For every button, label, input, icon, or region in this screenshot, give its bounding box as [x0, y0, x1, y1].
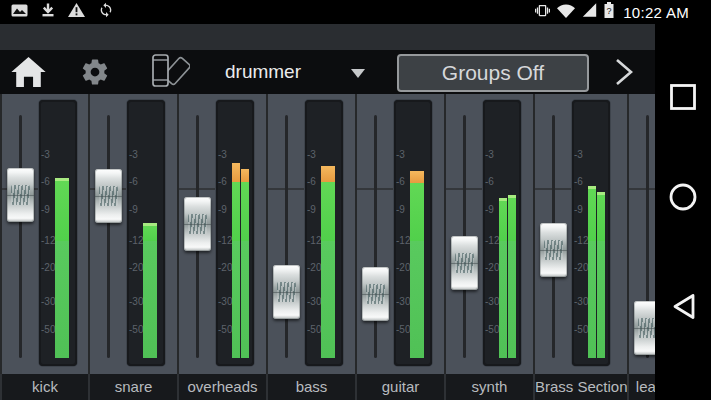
settings-button[interactable]	[80, 57, 110, 90]
meter-segment	[241, 169, 249, 182]
chevron-right-icon	[612, 76, 636, 91]
meter-segment	[597, 195, 605, 241]
preset-label: drummer	[225, 61, 301, 83]
meter-segment	[232, 182, 240, 241]
channel-strip: -3-6-9-12-20-30-50	[444, 94, 533, 374]
back-button[interactable]	[671, 293, 697, 323]
fader-handle[interactable]	[362, 267, 389, 321]
meter-segment	[597, 241, 605, 358]
meter-segment	[55, 241, 69, 358]
home-button[interactable]	[11, 57, 46, 90]
meter-segment	[410, 183, 424, 241]
channel-label[interactable]: kick	[0, 374, 88, 400]
warning-icon	[68, 3, 85, 21]
screenshot-image-icon	[11, 3, 28, 21]
channel-strip: -3-6-9-12-20-30-50	[88, 94, 177, 374]
meter-segment	[410, 241, 424, 358]
vibrate-icon	[534, 3, 551, 22]
meter-scale-label: -3	[396, 149, 422, 161]
meter-scale-label: -6	[485, 176, 511, 188]
channel-strip: -3-6-9-12-20-30-50	[627, 94, 655, 374]
unity-gain-line	[629, 188, 655, 190]
channel-label[interactable]: overheads	[177, 374, 266, 400]
meter-segment	[232, 163, 240, 182]
app-toolbar: drummer Groups Off	[0, 50, 655, 94]
notification-strip	[0, 24, 655, 50]
fader-handle[interactable]	[451, 236, 478, 290]
channel-label[interactable]: guitar	[355, 374, 444, 400]
recents-button[interactable]	[669, 83, 697, 114]
meter-scale-label: -3	[41, 149, 67, 161]
meter-segment	[508, 241, 516, 358]
channel-strip: -3-6-9-12-20-30-50	[0, 94, 88, 374]
meter-segment	[241, 182, 249, 241]
channel-label-bar: kicksnareoverheadsbassguitarsynthBrass S…	[0, 374, 655, 400]
sync-icon	[98, 2, 114, 22]
screen: ? 10:22 AM	[0, 0, 711, 400]
fader-handle[interactable]	[540, 223, 567, 277]
nav-home-button[interactable]	[669, 183, 697, 214]
svg-text:?: ?	[607, 6, 612, 16]
settings-gear-icon	[80, 75, 110, 90]
meter-scale-label: -3	[129, 149, 155, 161]
level-meter: -3-6-9-12-20-30-50	[572, 100, 610, 366]
meter-segment	[143, 226, 157, 241]
level-meter: -3-6-9-12-20-30-50	[305, 100, 343, 366]
meter-segment	[410, 171, 424, 183]
fader-handle[interactable]	[273, 265, 300, 319]
fader-track[interactable]	[19, 115, 22, 358]
battery-icon: ?	[604, 2, 614, 22]
meter-segment	[588, 241, 596, 358]
channel-strip: -3-6-9-12-20-30-50	[355, 94, 444, 374]
meter-segment	[241, 241, 249, 358]
meter-scale-label: -9	[129, 204, 155, 216]
level-meter: -3-6-9-12-20-30-50	[483, 100, 521, 366]
device-rotate-button[interactable]	[144, 52, 190, 95]
chevron-down-icon[interactable]	[351, 69, 365, 78]
meter-segment	[143, 241, 157, 358]
fader-track[interactable]	[285, 115, 288, 358]
meter-segment	[499, 201, 507, 241]
fader-handle[interactable]	[634, 301, 655, 355]
channel-label[interactable]: snare	[88, 374, 177, 400]
back-triangle-icon	[671, 308, 697, 323]
meter-segment	[55, 181, 69, 241]
next-page-button[interactable]	[612, 56, 636, 91]
meter-scale-label: -3	[485, 149, 511, 161]
meter-scale-label: -3	[574, 149, 600, 161]
meter-segment	[508, 198, 516, 241]
level-meter: -3-6-9-12-20-30-50	[39, 100, 77, 366]
fader-track[interactable]	[374, 115, 377, 358]
home-circle-icon	[669, 199, 697, 214]
preset-selector[interactable]: drummer	[225, 50, 301, 94]
status-left-icons	[11, 2, 114, 22]
groups-button[interactable]: Groups Off	[397, 54, 589, 92]
meter-scale-label: -6	[574, 176, 600, 188]
status-right-icons: ? 10:22 AM	[534, 2, 689, 22]
meter-segment	[499, 241, 507, 358]
level-meter: -3-6-9-12-20-30-50	[216, 100, 254, 366]
fader-handle[interactable]	[95, 169, 122, 223]
fader-track[interactable]	[107, 115, 110, 358]
download-icon	[41, 3, 55, 21]
channel-label[interactable]: bass	[266, 374, 355, 400]
wifi-icon	[557, 3, 575, 22]
meter-segment	[321, 182, 335, 241]
channel-label[interactable]: Brass Section	[533, 374, 627, 400]
channel-strip: -3-6-9-12-20-30-50	[177, 94, 266, 374]
meter-segment	[321, 241, 335, 358]
channel-label[interactable]: synth	[444, 374, 533, 400]
channel-label[interactable]: lead	[627, 374, 655, 400]
meter-segment	[232, 241, 240, 358]
channel-strip: -3-6-9-12-20-30-50	[533, 94, 627, 374]
cell-signal-icon	[581, 2, 598, 22]
meter-scale-label: -3	[307, 149, 333, 161]
device-rotate-icon	[144, 80, 190, 95]
recents-square-icon	[669, 99, 697, 114]
meter-segment	[321, 166, 335, 182]
level-meter: -3-6-9-12-20-30-50	[394, 100, 432, 366]
fader-handle[interactable]	[184, 197, 211, 251]
home-icon	[11, 75, 46, 90]
channel-strip: -3-6-9-12-20-30-50	[266, 94, 355, 374]
fader-handle[interactable]	[7, 168, 34, 222]
